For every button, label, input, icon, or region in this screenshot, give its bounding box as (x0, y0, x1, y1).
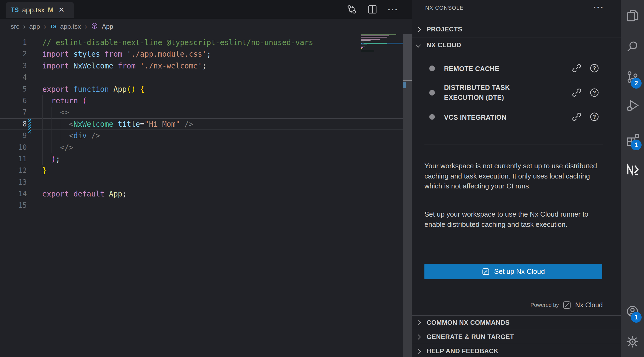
section-label: HELP AND FEEDBACK (427, 347, 498, 355)
modified-badge: M (48, 6, 54, 14)
section-projects[interactable]: PROJECTS (412, 22, 621, 37)
code-line-10[interactable]: 10 </> (0, 142, 403, 153)
svg-text:?: ? (593, 65, 596, 71)
code-line-9[interactable]: 9 <div /> (0, 130, 403, 141)
breadcrumb-separator: › (23, 23, 25, 31)
powered-by-label: Powered by (531, 302, 559, 308)
breadcrumb-file[interactable]: app.tsx (60, 23, 81, 30)
code-line-14[interactable]: 14export default App; (0, 188, 403, 200)
tab-label: app.tsx (22, 6, 45, 14)
chevron-right-icon (416, 27, 421, 32)
typescript-file-icon: TS (11, 6, 19, 14)
svg-text:?: ? (593, 114, 596, 120)
extensions-badge: 1 (631, 140, 642, 150)
minimap-line (361, 48, 362, 49)
code-line-15[interactable]: 15 (0, 200, 403, 211)
breadcrumb-src[interactable]: src (11, 23, 19, 30)
tab-bar: TS app.tsx M ✕ ··· (0, 0, 412, 19)
nx-cloud-icon (562, 301, 571, 309)
breadcrumb-separator: › (44, 23, 46, 31)
line-number: 1 (0, 37, 27, 48)
line-number: 8 (0, 118, 27, 130)
code-line-5[interactable]: 5export function App() { (0, 83, 403, 95)
line-number: 11 (0, 153, 27, 165)
code-line-1[interactable]: 1// eslint-disable-next-line @typescript… (0, 37, 403, 48)
nx-cloud-item: VCS INTEGRATION? (412, 110, 621, 123)
code-editor[interactable]: 1// eslint-disable-next-line @typescript… (0, 37, 403, 212)
chevron-right-icon (416, 334, 421, 339)
chevron-right-icon (416, 320, 421, 325)
section-help-and-feedback[interactable]: HELP AND FEEDBACK (412, 344, 621, 357)
editor-scrollbar[interactable] (403, 34, 412, 357)
help-question-icon[interactable]: ? (589, 88, 599, 99)
nx-cloud-label[interactable]: Nx Cloud (575, 301, 603, 309)
minimap-line (361, 37, 387, 38)
connect-icon[interactable] (572, 63, 582, 74)
code-line-7[interactable]: 7 <> (0, 107, 403, 118)
status-dot-icon (429, 90, 435, 96)
code-line-4[interactable]: 4 (0, 72, 403, 83)
line-number: 15 (0, 200, 27, 211)
code-line-12[interactable]: 12} (0, 165, 403, 176)
run-debug-icon[interactable] (626, 99, 639, 112)
help-question-icon[interactable]: ? (589, 112, 599, 123)
connect-icon[interactable] (572, 88, 582, 99)
section-nx-cloud[interactable]: NX CLOUD (412, 38, 621, 52)
bottom-sections: COMMON NX COMMANDSGENERATE & RUN TARGETH… (412, 315, 621, 357)
minimap-line (361, 40, 371, 41)
code-line-6[interactable]: 6 return ( (0, 95, 403, 107)
status-dot-icon (429, 65, 435, 71)
editor-actions: ··· (346, 0, 398, 19)
setup-button-label: Set up Nx Cloud (494, 267, 545, 276)
section-label: GENERATE & RUN TARGET (427, 333, 514, 341)
nx-cloud-item: REMOTE CACHE? (412, 61, 621, 75)
code-line-8[interactable]: 8 <NxWelcome title="Hi Mom" /> (0, 118, 403, 130)
panel-title: NX CONSOLE (425, 5, 464, 11)
section-common-nx-commands[interactable]: COMMON NX COMMANDS (412, 315, 621, 330)
explorer-icon[interactable] (626, 9, 639, 23)
setup-nx-cloud-button[interactable]: Set up Nx Cloud (424, 264, 602, 279)
search-icon[interactable] (626, 39, 639, 53)
settings-gear-icon[interactable] (626, 335, 639, 349)
line-number: 4 (0, 72, 27, 83)
overview-ruler-cursor-mark (403, 82, 406, 88)
powered-by-row: Powered by Nx Cloud (531, 301, 603, 309)
minimap-line (361, 49, 361, 50)
close-icon[interactable]: ✕ (58, 6, 65, 14)
line-number: 6 (0, 95, 27, 107)
code-line-2[interactable]: 2import styles from './app.module.css'; (0, 48, 403, 60)
minimap-line (361, 35, 389, 36)
line-number: 5 (0, 83, 27, 95)
section-label: NX CLOUD (427, 41, 461, 49)
nx-console-icon[interactable] (626, 163, 639, 177)
scrollbar-thumb[interactable] (403, 34, 412, 80)
code-line-3[interactable]: 3import NxWelcome from './nx-welcome'; (0, 60, 403, 72)
nx-cloud-description: Your workspace is not currently set up t… (424, 161, 609, 191)
help-question-icon[interactable]: ? (589, 63, 599, 74)
panel-more-actions-icon[interactable]: ··· (593, 3, 604, 12)
code-line-11[interactable]: 11 ); (0, 153, 403, 165)
line-number: 9 (0, 130, 27, 141)
split-editor-icon[interactable] (367, 4, 377, 14)
breadcrumb-symbol[interactable]: App (102, 23, 113, 30)
modified-line-indicator (28, 119, 31, 133)
breadcrumb-app[interactable]: app (29, 23, 40, 30)
more-actions-icon[interactable]: ··· (388, 5, 398, 14)
minimap-line (361, 38, 361, 39)
minimap-line (361, 39, 380, 40)
nx-console-panel: NX CONSOLE ··· PROJECTS NX CLOUD REMOTE … (412, 0, 621, 357)
open-changes-icon[interactable] (346, 4, 357, 15)
svg-text:?: ? (593, 90, 596, 96)
section-generate-run-target[interactable]: GENERATE & RUN TARGET (412, 330, 621, 344)
minimap-line (361, 45, 367, 45)
breadcrumb-separator: › (85, 23, 87, 31)
line-number: 3 (0, 60, 27, 72)
minimap-line (361, 46, 365, 47)
code-line-13[interactable]: 13 (0, 177, 403, 188)
typescript-file-icon: TS (50, 24, 56, 30)
minimap-line (361, 47, 363, 48)
minimap[interactable] (361, 34, 403, 53)
connect-icon[interactable] (572, 112, 582, 123)
tab-app-tsx[interactable]: TS app.tsx M ✕ (6, 2, 74, 18)
divider (424, 144, 603, 144)
